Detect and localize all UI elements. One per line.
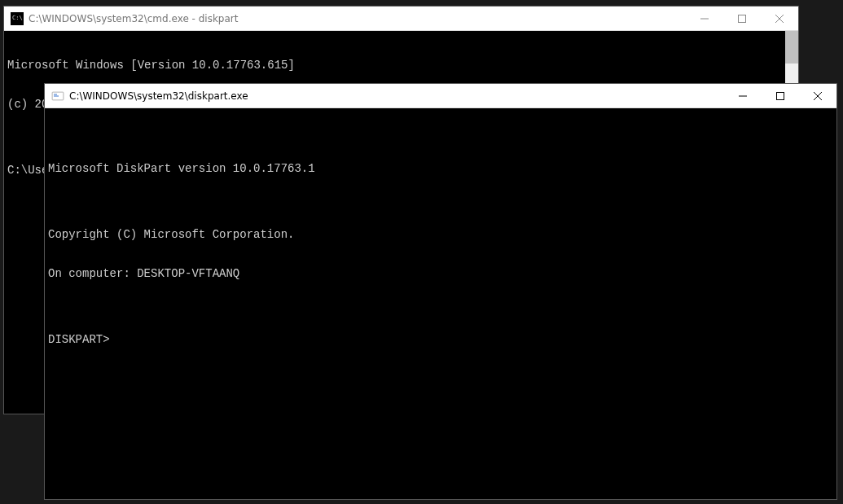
maximize-button[interactable] <box>762 84 799 107</box>
svg-line-4 <box>775 15 784 23</box>
diskpart-window[interactable]: C:\WINDOWS\system32\diskpart.exe Microso… <box>44 83 837 500</box>
minimize-button[interactable] <box>724 84 762 107</box>
terminal-line: Microsoft DiskPart version 10.0.17763.1 <box>48 162 833 175</box>
svg-text:C:\: C:\ <box>12 15 23 21</box>
terminal-line: Microsoft Windows [Version 10.0.17763.61… <box>7 59 782 72</box>
diskpart-icon <box>51 90 64 103</box>
minimize-button[interactable] <box>686 7 723 30</box>
svg-rect-11 <box>777 92 784 99</box>
terminal-line: DISKPART> <box>48 333 833 346</box>
cmd-window-controls <box>686 7 798 30</box>
svg-line-12 <box>814 92 822 100</box>
diskpart-titlebar[interactable]: C:\WINDOWS\system32\diskpart.exe <box>45 84 836 108</box>
diskpart-window-controls <box>724 84 836 107</box>
diskpart-terminal-output[interactable]: Microsoft DiskPart version 10.0.17763.1 … <box>45 108 836 499</box>
maximize-button[interactable] <box>723 7 761 30</box>
close-button[interactable] <box>799 84 836 107</box>
terminal-line: On computer: DESKTOP-VFTAANQ <box>48 267 833 280</box>
terminal-line: Copyright (C) Microsoft Corporation. <box>48 228 833 241</box>
diskpart-window-title: C:\WINDOWS\system32\diskpart.exe <box>69 90 724 102</box>
svg-rect-3 <box>739 15 746 22</box>
svg-line-5 <box>775 15 784 23</box>
cmd-titlebar[interactable]: C:\ C:\WINDOWS\system32\cmd.exe - diskpa… <box>4 7 798 31</box>
cmd-icon: C:\ <box>11 12 24 25</box>
close-button[interactable] <box>761 7 798 30</box>
svg-line-13 <box>814 92 822 100</box>
cmd-window-title: C:\WINDOWS\system32\cmd.exe - diskpart <box>29 13 686 24</box>
cmd-scrollbar-thumb[interactable] <box>785 31 798 64</box>
